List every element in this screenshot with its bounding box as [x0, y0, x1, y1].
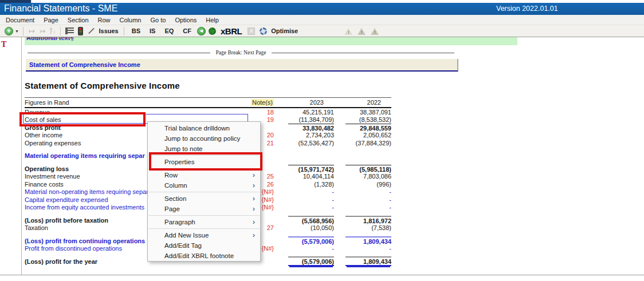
row-value-2023: 10,404,114 — [274, 173, 334, 180]
row-value-2022: (8,538,532) — [334, 116, 391, 123]
warning-triangle-icon — [344, 27, 353, 35]
optimise-button[interactable]: Optimise — [271, 27, 298, 34]
row-value-2023: (5,579,006) — [274, 256, 334, 266]
row-value-2023: - — [274, 245, 334, 252]
dropdown-caret-icon[interactable]: ▼ — [15, 29, 19, 33]
document-margin-line — [21, 37, 22, 275]
row-value-2023: (15,971,742) — [274, 165, 334, 173]
issues-button[interactable]: Issues — [99, 27, 118, 34]
page-break-line — [272, 53, 454, 53]
column-header-2022: 2022 — [334, 99, 391, 106]
menu-item-label: Add/Edit XBRL footnote — [164, 252, 234, 259]
menu-help[interactable]: Help — [201, 17, 223, 23]
row-value-2023: (5,579,006) — [274, 236, 334, 245]
gear-icon[interactable] — [209, 27, 216, 35]
menu-go-to[interactable]: Go to — [146, 17, 170, 23]
column-header-2023: 2023 — [274, 99, 334, 106]
title-bar: Financial Statements - SME Version 2022.… — [0, 3, 644, 15]
tracked-change-row[interactable]: Additional text¶ — [25, 37, 517, 45]
menu-item-label: Section — [164, 195, 186, 202]
menu-item-column[interactable]: Column› — [148, 180, 260, 191]
submenu-arrow-icon: › — [253, 171, 255, 179]
menu-item-label: Paragraph — [164, 219, 195, 225]
menu-item-label: Jump to note — [164, 145, 202, 152]
menu-row[interactable]: Row — [93, 17, 115, 23]
menu-item-jump-to-accounting-policy[interactable]: Jump to accounting policy — [148, 133, 260, 144]
row-value-2023: (5,568,956) — [274, 216, 334, 224]
traffic-light-icon[interactable] — [78, 27, 83, 35]
warning-triangle-icon — [370, 27, 379, 35]
nav-button-cf[interactable]: CF — [178, 27, 196, 34]
sort-button: AZ ↓ — [50, 27, 56, 35]
row-value-2023: (11,384,709) — [274, 116, 334, 123]
annotation-box-revenue — [19, 112, 146, 126]
menu-separator — [148, 192, 260, 192]
nav-button-is[interactable]: IS — [145, 27, 160, 34]
menu-column[interactable]: Column — [115, 17, 146, 23]
menu-item-label: Page — [164, 205, 180, 212]
menu-item-page[interactable]: Page› — [148, 204, 260, 214]
window-title: Financial Statements - SME — [4, 3, 117, 14]
excel-export-button: X — [246, 27, 257, 35]
menu-bar: DocumentPageSectionRowColumnGo toOptions… — [0, 15, 644, 25]
row-value-2022: 7,803,086 — [334, 173, 391, 180]
xbrl-button[interactable]: xBRL — [221, 26, 242, 36]
page-break-label: Page Break: Next Page — [210, 50, 272, 56]
menu-item-label: Column — [164, 182, 187, 189]
section-header-label: Statement of Comprehensive Income — [26, 61, 140, 68]
row-value-2023: (1,328) — [274, 181, 334, 188]
menu-item-add-new-issue[interactable]: Add New Issue› — [148, 230, 260, 240]
column-header-figures: Figures in Rand — [25, 99, 248, 106]
menu-section[interactable]: Section — [63, 17, 93, 23]
page-break: Page Break: Next Page — [28, 50, 454, 56]
row-value-2022: 29,848,559 — [334, 124, 391, 132]
app-window: Financial Statements - SME Version 2022.… — [0, 0, 644, 281]
nav-button-eq[interactable]: EQ — [160, 27, 178, 34]
menu-options[interactable]: Options — [170, 17, 201, 23]
row-value-2023: (52,536,427) — [274, 140, 334, 147]
row-value-2022: - — [334, 188, 391, 195]
submenu-arrow-icon: › — [253, 195, 255, 202]
additional-text: Additional text¶ — [25, 37, 517, 41]
nav-button-bs[interactable]: BS — [127, 27, 145, 34]
toolbar-separator — [23, 27, 23, 35]
row-note[interactable]: 18 — [248, 109, 274, 116]
pencil-icon[interactable] — [87, 27, 95, 35]
back-button[interactable]: ◀ — [197, 27, 206, 35]
toolbar-separator — [124, 27, 124, 35]
toolbar-separator — [60, 27, 61, 35]
menu-item-label: Row — [164, 172, 178, 179]
menu-item-paragraph[interactable]: Paragraph› — [148, 217, 260, 227]
row-value-2022: 1,816,972 — [334, 216, 391, 224]
row-value-2022: (37,884,329) — [334, 140, 391, 147]
page-break-line — [28, 53, 210, 53]
warning-indicators — [344, 27, 379, 35]
warning-triangle-icon — [357, 27, 366, 35]
row-value-2023: (10,050) — [274, 224, 334, 231]
version-label: Version 2022.01.01 — [496, 5, 558, 13]
submenu-arrow-icon: › — [253, 205, 255, 212]
insert-row-after-button: ↣ — [38, 27, 47, 35]
menu-item-trial-balance-drilldown[interactable]: Trial balance drilldown — [148, 123, 260, 133]
menu-document[interactable]: Document — [1, 17, 39, 23]
menu-item-row[interactable]: Row› — [148, 170, 260, 180]
insert-row-before-button: ↦ — [28, 27, 36, 35]
row-value-2022: 1,809,434 — [334, 236, 391, 245]
statement-nav-buttons: BSISEQCF — [127, 27, 196, 34]
add-button[interactable]: + ▼ — [5, 27, 19, 35]
row-value-2022: - — [334, 204, 391, 211]
window-bottom-edge — [0, 275, 644, 275]
section-header-bar[interactable]: Statement of Comprehensive Income — [26, 59, 458, 72]
row-value-2022: 2,050,652 — [334, 132, 391, 138]
menu-item-add-edit-xbrl-footnote[interactable]: Add/Edit XBRL footnote — [148, 251, 260, 261]
menu-item-label: Add/Edit Tag — [164, 242, 202, 249]
menu-item-section[interactable]: Section› — [148, 193, 260, 204]
menu-item-add-edit-tag[interactable]: Add/Edit Tag — [148, 240, 260, 251]
row-value-2022: 38,387,091 — [334, 109, 391, 116]
submenu-arrow-icon: › — [253, 218, 255, 225]
optimise-gear-icon[interactable] — [260, 27, 267, 35]
row-value-2023: - — [274, 188, 334, 195]
submenu-arrow-icon: › — [253, 231, 255, 239]
columns-icon[interactable] — [65, 27, 74, 34]
menu-page[interactable]: Page — [39, 17, 63, 23]
